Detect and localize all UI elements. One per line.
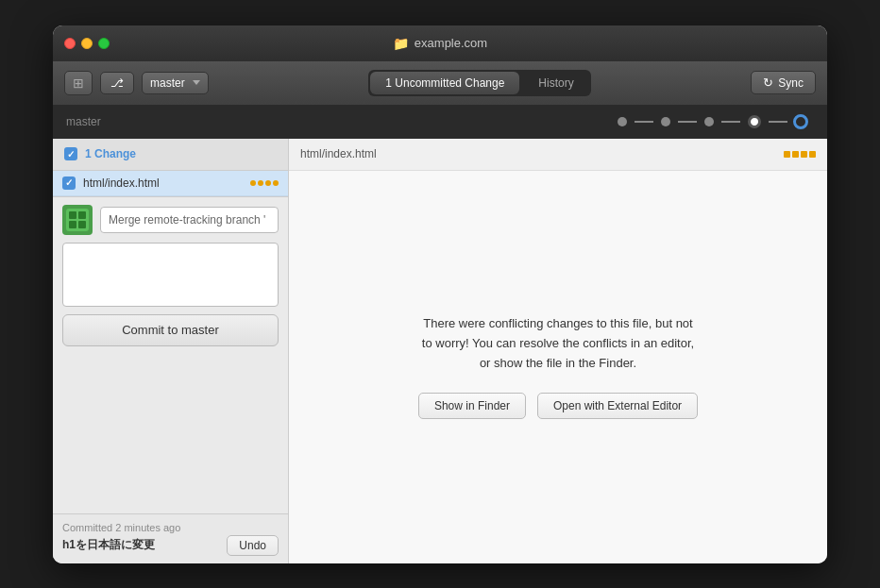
- file-name: html/index.html: [83, 176, 243, 190]
- tab-history[interactable]: History: [523, 72, 588, 94]
- tab-group: 1 Uncommitted Change History: [368, 70, 590, 96]
- previous-commit-row: h1を日本語に変更 Undo: [62, 535, 279, 556]
- conflict-buttons: Show in Finder Open with External Editor: [418, 393, 698, 419]
- ci-dot-1: [784, 151, 790, 158]
- sync-icon: ↻: [763, 76, 773, 90]
- dot-1: [618, 117, 627, 126]
- tab-history-label: History: [538, 76, 573, 90]
- maximize-button[interactable]: [98, 38, 110, 49]
- sidebar-icon: ⊞: [73, 76, 84, 91]
- main-panel: html/index.html There were conflicting c…: [289, 139, 827, 563]
- file-header: html/index.html: [289, 139, 827, 171]
- sidebar-header: 1 Change: [53, 139, 288, 171]
- avatar: [62, 205, 93, 235]
- ci-dot-2: [792, 151, 799, 158]
- conflict-text: There were conflicting changes to this f…: [422, 314, 694, 373]
- avatar-inner: [66, 209, 89, 231]
- conflict-dot-3: [265, 180, 271, 186]
- conflict-dot-2: [258, 180, 263, 186]
- conflict-indicator: [784, 151, 816, 158]
- show-in-finder-button[interactable]: Show in Finder: [418, 393, 526, 419]
- previous-commit-label: Committed 2 minutes ago: [62, 522, 279, 533]
- commit-to-master-button[interactable]: Commit to master: [62, 314, 279, 346]
- branch-bar-label: master: [66, 115, 101, 128]
- traffic-lights: [64, 38, 110, 49]
- undo-button[interactable]: Undo: [227, 535, 279, 556]
- conflict-dot-1: [250, 180, 256, 186]
- branch-label: master: [150, 76, 185, 90]
- toolbar: ⊞ ⎇ master 1 Uncommitted Change History …: [53, 61, 827, 105]
- branch-selector[interactable]: master: [142, 72, 209, 94]
- sidebar: 1 Change html/index.html: [53, 139, 289, 563]
- commit-button-label: Commit to master: [122, 323, 219, 337]
- branch-line-1: [635, 121, 653, 123]
- minimize-button[interactable]: [81, 38, 93, 49]
- conflict-dot-4: [273, 180, 279, 186]
- avatar-cell-3: [69, 221, 76, 228]
- show-in-finder-label: Show in Finder: [434, 399, 510, 412]
- previous-commit-section: Committed 2 minutes ago h1を日本語に変更 Undo: [53, 513, 288, 563]
- commit-row: [62, 205, 279, 235]
- open-external-editor-button[interactable]: Open with External Editor: [537, 393, 698, 419]
- file-item[interactable]: html/index.html: [53, 171, 288, 196]
- branch-line-3: [721, 121, 740, 123]
- conflict-dots: [250, 180, 279, 186]
- branch-icon-button[interactable]: ⎇: [100, 72, 134, 94]
- branch-line-4: [769, 121, 787, 123]
- commit-summary-input[interactable]: [100, 207, 279, 233]
- folder-icon: 📁: [393, 36, 409, 51]
- titlebar: 📁 example.com: [53, 25, 827, 61]
- branch-bar: master: [53, 105, 827, 139]
- file-checkbox[interactable]: [62, 176, 76, 190]
- dot-2: [661, 117, 670, 126]
- dot-blue: [793, 114, 808, 129]
- close-button[interactable]: [64, 38, 76, 49]
- conflict-line2: to worry! You can resolve the conflicts …: [422, 336, 694, 350]
- conflict-line3: or show the file in the Finder.: [480, 356, 636, 370]
- dot-3: [704, 117, 714, 126]
- all-changes-checkbox[interactable]: [64, 147, 77, 160]
- commit-section: Commit to master: [53, 197, 288, 513]
- window-title: example.com: [415, 36, 487, 50]
- avatar-cell-1: [69, 211, 76, 219]
- ci-dot-3: [801, 151, 807, 158]
- undo-label: Undo: [239, 539, 266, 552]
- previous-commit-message: h1を日本語に変更: [62, 537, 155, 553]
- content-area: 1 Change html/index.html: [53, 139, 827, 563]
- sidebar-toggle-button[interactable]: ⊞: [64, 71, 93, 95]
- branch-dots: [610, 114, 814, 129]
- changes-count: 1 Change: [85, 147, 136, 160]
- titlebar-center: 📁 example.com: [393, 36, 487, 51]
- branch-icon: ⎇: [110, 76, 124, 90]
- commit-description-input[interactable]: [62, 243, 279, 307]
- open-external-label: Open with External Editor: [553, 399, 682, 412]
- tab-uncommitted-label: 1 Uncommitted Change: [385, 76, 504, 90]
- conflict-line1: There were conflicting changes to this f…: [423, 316, 692, 330]
- conflict-message-area: There were conflicting changes to this f…: [289, 171, 827, 563]
- tab-uncommitted[interactable]: 1 Uncommitted Change: [370, 72, 519, 94]
- ci-dot-4: [809, 151, 816, 158]
- avatar-cell-4: [78, 221, 86, 228]
- app-window: 📁 example.com ⊞ ⎇ master 1 Uncommitted C…: [53, 25, 827, 563]
- sync-label: Sync: [778, 76, 804, 90]
- sync-button[interactable]: ↻ Sync: [751, 71, 816, 94]
- branch-line-2: [678, 121, 697, 123]
- chevron-down-icon: [193, 80, 200, 85]
- file-path-label: html/index.html: [300, 147, 377, 160]
- dot-active: [748, 115, 761, 128]
- avatar-cell-2: [78, 211, 86, 219]
